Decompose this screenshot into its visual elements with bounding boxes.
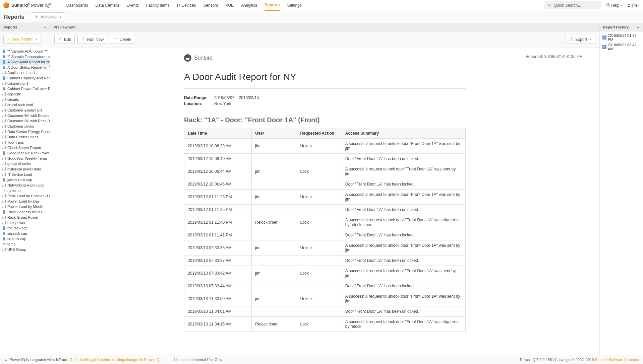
nav-item-pue[interactable]: PUE: [225, 0, 234, 10]
report-item[interactable]: Customer Bill with Rack Details: [0, 118, 50, 124]
cell-action: Lock: [297, 215, 342, 230]
report-item[interactable]: crtical rack load: [0, 102, 50, 107]
nav-item-reports[interactable]: Reports: [265, 0, 280, 11]
user-menu[interactable]: jim ▾: [627, 3, 640, 8]
run-now-button[interactable]: Run Now: [77, 35, 107, 44]
report-item[interactable]: Cabinet Capacity And Redundanc: [0, 75, 50, 81]
search-input[interactable]: [553, 3, 598, 8]
report-item[interactable]: circuits: [0, 97, 50, 102]
svg-rect-57: [5, 184, 6, 187]
report-item[interactable]: GoodYear NY Rack Power Cap: [0, 150, 50, 156]
chart-icon: [2, 130, 6, 134]
separator: [62, 2, 62, 9]
nav-item-sensors[interactable]: Sensors: [203, 0, 218, 10]
report-item[interactable]: so rack cap: [0, 236, 50, 241]
report-item[interactable]: group of racks: [0, 161, 50, 166]
nav-item-events[interactable]: Events: [126, 0, 139, 10]
cell-dt: 2019/03/13 07:33:37 AM: [184, 256, 252, 266]
nav-item-facility-items[interactable]: Facility Items: [146, 0, 170, 10]
report-item[interactable]: Networking Rack Load: [0, 183, 50, 188]
report-item[interactable]: Power Load by Month: [0, 204, 50, 209]
report-item[interactable]: siq rack cap: [0, 231, 50, 236]
report-item[interactable]: Peak Load by Cabinet - Last 30 D: [0, 193, 50, 199]
doc-icon: [2, 55, 6, 59]
delete-button[interactable]: Delete: [110, 35, 135, 44]
report-item[interactable]: Rack Group Power: [0, 215, 50, 220]
chart-icon: [2, 221, 6, 225]
company-link[interactable]: Sunbird Software: [595, 358, 623, 362]
report-item[interactable]: ny temp: [0, 188, 50, 193]
svg-point-3: [36, 16, 37, 17]
collapse-icon[interactable]: ▲: [637, 25, 640, 29]
nav-item-settings[interactable]: Settings: [287, 0, 301, 10]
svg-rect-55: [3, 185, 3, 187]
svg-rect-62: [3, 201, 3, 203]
report-item[interactable]: rack power: [0, 220, 50, 225]
svg-rect-56: [4, 184, 4, 187]
nav-item-it-devices[interactable]: IT Devices: [177, 0, 196, 10]
nav-item-data-centers[interactable]: Data Centers: [95, 0, 119, 10]
report-item[interactable]: Power Load by Day: [0, 199, 50, 204]
report-item[interactable]: historical power data: [0, 166, 50, 172]
report-item[interactable]: floor trans: [0, 140, 50, 145]
report-item[interactable]: Data Center Loads: [0, 134, 50, 140]
left-panel-header: Reports ▲: [0, 23, 50, 31]
report-item[interactable]: Application Loads: [0, 70, 50, 75]
report-item[interactable]: A Door Status Report for NY: [0, 65, 50, 70]
report-item[interactable]: IT Device Load: [0, 172, 50, 177]
nav-item-analytics[interactable]: Analytics: [241, 0, 257, 10]
help-menu[interactable]: ? Help ▾: [606, 3, 622, 8]
report-item[interactable]: ** Sample Temperature report **: [0, 54, 50, 59]
main: Reports ▲ + New Report ▾ ** Sample PDU p…: [0, 23, 643, 355]
report-item-label: GoodYear NY Rack Power Cap: [7, 151, 50, 155]
svg-rect-14: [4, 98, 4, 101]
chart-icon: [2, 97, 6, 101]
chart-icon: [2, 92, 6, 96]
report-item[interactable]: Customer Billing: [0, 124, 50, 129]
report-item[interactable]: Ghost Server Report: [0, 145, 50, 150]
report-item[interactable]: james rack cap: [0, 177, 50, 183]
report-item[interactable]: cabinet ngn1: [0, 81, 50, 86]
cell-user: [252, 230, 297, 240]
table-row: 2019/03/13 07:33:37 AMDoor "Front Door 1…: [184, 256, 466, 266]
report-tree[interactable]: ** Sample PDU power **** Sample Temperat…: [0, 47, 50, 355]
report-item[interactable]: GoodYear Weekly Temp: [0, 156, 50, 161]
report-item-label: historical power data: [7, 167, 41, 171]
report-item[interactable]: capacity: [0, 91, 50, 97]
nav-item-dashboards[interactable]: Dashboards: [66, 0, 88, 10]
brand-text: Sunbird® Power IQ®: [11, 3, 51, 8]
caret-down-icon: ▾: [638, 4, 640, 7]
report-item[interactable]: Cabinet Power Fail-over Redunda: [0, 86, 50, 91]
search-box[interactable]: [544, 1, 601, 9]
plus-icon: +: [7, 37, 9, 42]
report-item[interactable]: A Door Audit Report for NY: [0, 59, 50, 65]
guide-link[interactable]: Refer to this guide before making change…: [70, 358, 160, 362]
cell-dt: 2019/03/12 10:06:40 AM: [184, 154, 252, 164]
history-item[interactable]: 2019/03/14 01:35 PM: [601, 33, 642, 42]
report-item[interactable]: Data Center Energy Consumption: [0, 129, 50, 134]
edit-button[interactable]: Edit: [54, 35, 75, 44]
svg-rect-43: [3, 158, 3, 160]
report-item[interactable]: Customer Energy Bill: [0, 107, 50, 113]
activities-button[interactable]: Activities ▾: [31, 12, 65, 21]
report-item-label: circuits: [7, 97, 19, 102]
cell-dt: 2019/03/13 07:33:44 AM: [184, 281, 252, 291]
report-item[interactable]: rbc rack cap: [0, 225, 50, 231]
collapse-icon[interactable]: ▲: [44, 25, 47, 29]
new-report-button[interactable]: + New Report ▾: [3, 35, 41, 44]
svg-rect-20: [4, 109, 4, 112]
svg-rect-85: [604, 47, 605, 47]
report-item[interactable]: ** Sample PDU power **: [0, 49, 50, 54]
preview-area[interactable]: Reported: 2019/03/14 01:35 PM Sunbird A …: [50, 48, 599, 355]
history-item[interactable]: 2018/05/22 08:42 AM: [601, 42, 642, 52]
svg-rect-50: [4, 168, 4, 171]
report-item[interactable]: UPS Group: [0, 247, 50, 252]
cell-dt: 2019/03/13 11:34:01 AM: [184, 306, 252, 317]
report-item-label: Customer Bill with Rack Details: [7, 119, 50, 123]
report-item[interactable]: Customer Bill with Details: [0, 113, 50, 118]
svg-rect-34: [3, 137, 3, 139]
license-link[interactable]: License: [626, 358, 639, 362]
export-button[interactable]: Export ▾: [566, 35, 595, 44]
report-item[interactable]: temp: [0, 241, 50, 247]
report-item[interactable]: Rack Capacity for NY: [0, 209, 50, 215]
